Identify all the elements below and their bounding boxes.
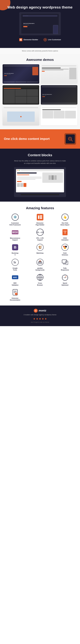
demo-bar-2	[15, 82, 27, 82]
ls-dot-yellow	[18, 170, 19, 170]
star-5: ★	[45, 317, 47, 320]
demo-center-5	[4, 109, 38, 124]
svg-rect-19	[40, 217, 42, 218]
demo-person-c	[65, 111, 76, 118]
svg-rect-2	[21, 39, 22, 39]
star-3: ★	[39, 317, 41, 320]
demos-section: Awesome demos Smart web design agency We…	[0, 54, 80, 129]
photo-cell-5	[27, 96, 38, 104]
demo-heading-6	[42, 110, 61, 110]
laptop-foot	[21, 194, 59, 195]
svg-point-36	[65, 246, 67, 248]
laptop-content	[16, 172, 64, 192]
demo-item-5[interactable]	[3, 106, 39, 126]
svg-point-35	[63, 246, 65, 248]
bootstrap-feature-icon: B	[11, 243, 19, 251]
svg-line-12	[71, 140, 72, 141]
feature-elementor: ElementorPage Builder	[28, 213, 52, 226]
feature-rtl: RTL↔LTR RTL + LTRSupport	[28, 228, 52, 241]
demo-bar-1	[4, 82, 15, 82]
laptop-person-3	[23, 183, 26, 187]
demo-btn-4	[42, 96, 45, 97]
rtl-label: RTL + LTRSupport	[36, 237, 44, 241]
laptop-left-col	[17, 172, 42, 191]
demo-nav-2	[42, 65, 76, 66]
demo-item-4[interactable]: Smart web design agency Build for succes…	[41, 85, 77, 104]
svg-text:🐒: 🐒	[38, 245, 42, 249]
svg-text:!: !	[16, 293, 17, 295]
hero-desc: Moniz comes with extremely powerful them…	[4, 50, 76, 52]
demo-bar-3	[27, 82, 38, 82]
features-title: Amazing features	[3, 206, 77, 210]
hero-section: Web design agency wordpress theme Smart …	[0, 0, 80, 48]
mockup-hero-content: Smart web design agency We provide the b…	[23, 18, 57, 32]
laptop-person-1	[17, 183, 20, 187]
laptop-line-1	[17, 177, 42, 177]
demo-text-line-3	[42, 70, 63, 70]
mockup-hero-sub: We provide the best	[23, 24, 57, 25]
demo-cta-2	[42, 71, 45, 72]
speed-label: SpeedOptimized	[61, 282, 68, 286]
content-blocks-desc: Moniz has the ability to combine various…	[14, 160, 66, 164]
demo-item-3[interactable]	[3, 85, 39, 104]
img-person-2	[51, 175, 54, 180]
laptop-btn	[17, 181, 22, 182]
demo-nav-6	[42, 107, 76, 108]
feature-customizer: ⚙️ CustomizerKirki Framework	[3, 213, 27, 226]
mockup-nav	[23, 15, 57, 17]
photo-cell-3	[27, 89, 38, 96]
mailchimp-label: Mailchimp	[36, 252, 44, 254]
demo-item-1[interactable]: Smart web design agency We craft quality…	[3, 64, 39, 84]
nav-dot-5	[27, 16, 28, 16]
laptop-screen-nav	[16, 169, 64, 172]
svg-point-43	[39, 260, 41, 262]
feature-responsive: FullyResponsive	[53, 258, 77, 271]
laptop-line-3	[17, 179, 35, 180]
laptop-sub	[17, 174, 29, 175]
demo-layout-2	[42, 67, 76, 83]
demo-people-6	[42, 111, 76, 118]
laptop-screen	[16, 169, 64, 192]
img-person-3	[54, 175, 57, 180]
demo-inner-6	[42, 109, 76, 119]
mockup-phone	[53, 25, 58, 34]
demo-thumb-content-6	[41, 106, 77, 126]
svg-text:⚙️: ⚙️	[13, 215, 17, 219]
feature-docs: ! ExtensiveDocumentation	[3, 288, 27, 301]
svg-rect-44	[62, 260, 67, 263]
hero-mockup: Smart web design agency We provide the b…	[19, 12, 61, 35]
feature-color-schemes: ColorSchemes	[53, 243, 77, 256]
one-click-section: One click demo content import	[0, 129, 80, 149]
laptop-image	[42, 172, 63, 183]
feature-woocommerce: WOO WoocommerceSupport	[3, 228, 27, 241]
elementor-feature-icon	[36, 213, 44, 221]
feature-speed: SpeedOptimized	[53, 274, 77, 286]
demo-map-5	[7, 112, 35, 122]
one-click-feature-icon: 👆	[61, 213, 69, 221]
photo-cell-1	[4, 89, 15, 104]
img-person-1	[49, 175, 51, 180]
feature-one-click: 👆 One ClickDemo Import	[53, 213, 77, 226]
color-schemes-label: ColorSchemes	[62, 252, 68, 256]
demo-thumb-1: Smart web design agency We craft quality…	[3, 64, 39, 84]
demo-item-6[interactable]	[41, 106, 77, 126]
demo-thumb-3	[3, 85, 39, 104]
laptop-img-people	[49, 175, 57, 180]
svg-text:RTL↔LTR: RTL↔LTR	[36, 232, 44, 233]
star-1: ★	[33, 317, 35, 320]
demo-text-row-1	[4, 82, 38, 82]
demo-item-2[interactable]	[41, 64, 77, 84]
star-rating: ★ ★ ★ ★ ★	[3, 317, 77, 320]
demo-thumb-content-4: Smart web design agency Build for succes…	[41, 85, 77, 104]
w3c-icon: W3C	[11, 274, 19, 281]
content-blocks-laptop	[14, 167, 66, 197]
svg-point-37	[64, 247, 66, 249]
feature-cross-browser: CrossBrowser	[28, 274, 52, 286]
rtl-feature-icon: RTL↔LTR	[36, 228, 44, 236]
mailchimp-feature-icon: 🐒	[36, 243, 44, 251]
demo-sub-4: Build for success	[42, 95, 76, 96]
svg-rect-17	[38, 216, 39, 219]
demo-btn-1	[4, 76, 7, 76]
demo-accent-1	[32, 67, 38, 75]
one-click-title: One click demo content import	[4, 137, 50, 141]
